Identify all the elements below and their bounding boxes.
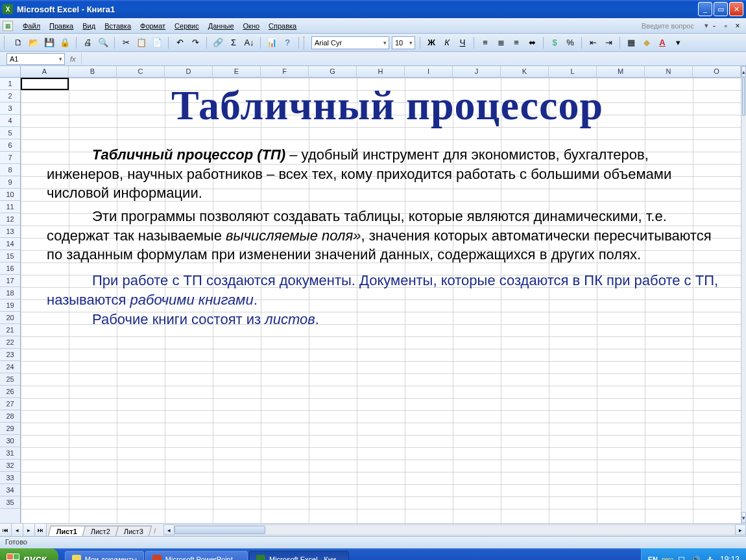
column-header-L[interactable]: L (549, 66, 597, 77)
tray-nero-icon[interactable]: nero (663, 555, 672, 560)
menu-window[interactable]: Окно (239, 20, 265, 32)
doc-restore-button[interactable]: ▫ (721, 21, 730, 30)
start-button[interactable]: пуск (0, 548, 58, 560)
open-button[interactable]: 📂 (27, 36, 40, 49)
align-left-button[interactable]: ≡ (479, 36, 492, 49)
bold-button[interactable]: Ж (425, 36, 438, 49)
fill-color-button[interactable]: ◆ (640, 36, 653, 49)
row-header-34[interactable]: 34 (0, 484, 20, 496)
row-header-8[interactable]: 8 (0, 164, 20, 176)
language-indicator[interactable]: EN (648, 555, 658, 560)
italic-button[interactable]: К (440, 36, 453, 49)
menu-insert[interactable]: Вставка (100, 20, 136, 32)
align-center-button[interactable]: ≣ (494, 36, 507, 49)
font-combo[interactable]: Arial Cyr (311, 36, 389, 49)
row-header-16[interactable]: 16 (0, 262, 20, 275)
column-header-G[interactable]: G (309, 66, 357, 77)
hyperlink-button[interactable]: 🔗 (211, 36, 224, 49)
sheet-tab-3[interactable]: Лист3 (115, 526, 152, 536)
column-header-I[interactable]: I (405, 66, 453, 77)
close-button[interactable]: ✕ (729, 2, 743, 16)
font-size-combo[interactable]: 10 (392, 36, 415, 49)
row-header-13[interactable]: 13 (0, 226, 20, 238)
column-header-O[interactable]: O (693, 66, 741, 77)
menu-help[interactable]: Справка (264, 20, 301, 32)
toolbar-options-button[interactable]: ▾ (671, 36, 684, 49)
row-header-28[interactable]: 28 (0, 410, 20, 423)
paste-button[interactable]: 📄 (150, 36, 163, 49)
tray-shield-icon[interactable]: 🛡 (677, 555, 686, 560)
print-button[interactable]: 🖨 (81, 36, 94, 49)
row-header-2[interactable]: 2 (0, 90, 20, 102)
row-header-24[interactable]: 24 (0, 361, 20, 373)
sort-asc-button[interactable]: A↓ (243, 36, 256, 49)
copy-button[interactable]: 📋 (135, 36, 148, 49)
chart-wizard-button[interactable]: 📊 (265, 36, 278, 49)
row-header-22[interactable]: 22 (0, 336, 20, 349)
sheet-tab-1[interactable]: Лист1 (48, 526, 86, 536)
tab-nav-prev[interactable]: ◂ (12, 524, 23, 536)
currency-button[interactable]: $ (548, 36, 561, 49)
formula-input[interactable] (81, 53, 746, 65)
row-header-35[interactable]: 35 (0, 496, 20, 509)
select-all-corner[interactable] (0, 66, 21, 77)
menu-edit[interactable]: Правка (45, 20, 78, 32)
decrease-indent-button[interactable]: ⇤ (586, 36, 599, 49)
row-header-18[interactable]: 18 (0, 287, 20, 299)
column-header-M[interactable]: M (597, 66, 645, 77)
taskbar-item-documents[interactable]: Мои документы (65, 551, 144, 560)
row-header-6[interactable]: 6 (0, 139, 20, 152)
menu-tools[interactable]: Сервис (170, 20, 204, 32)
row-header-29[interactable]: 29 (0, 423, 20, 435)
menu-file[interactable]: Файл (18, 20, 45, 32)
cut-button[interactable]: ✂ (119, 36, 132, 49)
row-header-11[interactable]: 11 (0, 201, 20, 213)
underline-button[interactable]: Ч (456, 36, 469, 49)
print-preview-button[interactable]: 🔍 (97, 36, 110, 49)
autosum-button[interactable]: Σ (227, 36, 240, 49)
scroll-right-button[interactable]: ▸ (735, 524, 746, 535)
menu-data[interactable]: Данные (204, 20, 239, 32)
scroll-up-button[interactable]: ▴ (741, 66, 746, 77)
column-header-J[interactable]: J (453, 66, 501, 77)
permission-button[interactable]: 🔒 (58, 36, 71, 49)
tab-nav-last[interactable]: ⏭ (35, 524, 47, 536)
column-header-E[interactable]: E (213, 66, 261, 77)
row-header-25[interactable]: 25 (0, 373, 20, 386)
row-header-3[interactable]: 3 (0, 102, 20, 115)
row-header-14[interactable]: 14 (0, 238, 20, 250)
undo-button[interactable]: ↶ (173, 36, 186, 49)
tray-network-icon[interactable]: 🖧 (706, 555, 715, 560)
toolbar-handle-2[interactable] (304, 36, 306, 49)
tray-clock[interactable]: 19:13 (720, 555, 740, 560)
column-header-K[interactable]: K (501, 66, 549, 77)
row-header-15[interactable]: 15 (0, 250, 20, 262)
row-header-10[interactable]: 10 (0, 189, 20, 201)
row-header-19[interactable]: 19 (0, 299, 20, 312)
help-button[interactable]: ? (281, 36, 294, 49)
row-header-31[interactable]: 31 (0, 447, 20, 460)
column-header-C[interactable]: C (117, 66, 165, 77)
scroll-down-button[interactable]: ▾ (741, 512, 746, 523)
row-header-20[interactable]: 20 (0, 312, 20, 324)
column-header-D[interactable]: D (165, 66, 213, 77)
borders-button[interactable]: ▦ (625, 36, 638, 49)
menu-format[interactable]: Формат (136, 20, 170, 32)
toolbar-handle[interactable] (4, 36, 6, 49)
row-header-9[interactable]: 9 (0, 176, 20, 189)
row-header-30[interactable]: 30 (0, 435, 20, 447)
column-header-B[interactable]: B (69, 66, 117, 77)
vertical-scrollbar[interactable]: ▴ ▾ (741, 66, 746, 523)
ask-a-question-box[interactable]: Введите вопрос (642, 22, 704, 30)
horizontal-scroll-thumb[interactable] (174, 526, 265, 534)
sheet-tab-2[interactable]: Лист2 (82, 526, 119, 536)
row-header-23[interactable]: 23 (0, 349, 20, 361)
row-header-21[interactable]: 21 (0, 324, 20, 336)
column-header-H[interactable]: H (357, 66, 405, 77)
vertical-scroll-thumb[interactable] (742, 77, 745, 116)
fx-label[interactable]: fx (70, 55, 76, 63)
maximize-button[interactable]: ▭ (714, 2, 728, 16)
minimize-button[interactable]: _ (698, 2, 712, 16)
scroll-left-button[interactable]: ◂ (163, 524, 174, 535)
row-header-27[interactable]: 27 (0, 398, 20, 410)
